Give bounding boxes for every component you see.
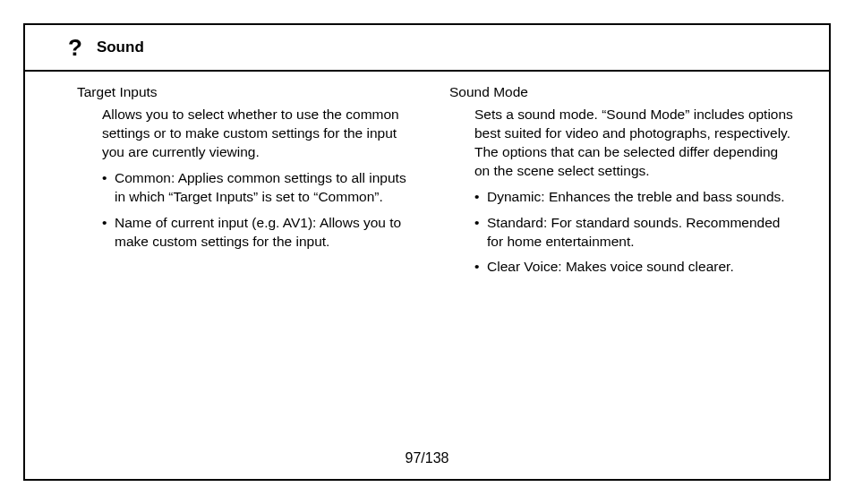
list-item: Common: Applies common settings to all i…	[102, 169, 421, 207]
list-item: Clear Voice: Makes voice sound clearer.	[474, 258, 793, 277]
left-column: Target Inputs Allows you to select wheth…	[77, 84, 421, 284]
header-band: ? Sound	[25, 25, 829, 72]
page-title: Sound	[97, 38, 144, 56]
list-item: Name of current input (e.g. AV1): Allows…	[102, 214, 421, 252]
help-icon: ?	[68, 36, 82, 59]
list-item: Dynamic: Enhances the treble and bass so…	[474, 188, 793, 207]
bullet-list: Common: Applies common settings to all i…	[102, 169, 421, 252]
list-item: Standard: For standard sounds. Recommend…	[474, 214, 793, 252]
page-number: 97/138	[25, 450, 829, 466]
bullet-list: Dynamic: Enhances the treble and bass so…	[474, 188, 793, 278]
section-body: Sets a sound mode. “Sound Mode” includes…	[449, 106, 793, 277]
section-body: Allows you to select whether to use the …	[77, 106, 421, 251]
section-description: Allows you to select whether to use the …	[102, 106, 421, 162]
page-frame: ? Sound Target Inputs Allows you to sele…	[23, 23, 831, 481]
content-area: Target Inputs Allows you to select wheth…	[25, 72, 829, 284]
right-column: Sound Mode Sets a sound mode. “Sound Mod…	[449, 84, 793, 284]
section-heading-target-inputs: Target Inputs	[77, 84, 421, 100]
section-heading-sound-mode: Sound Mode	[449, 84, 793, 100]
section-description: Sets a sound mode. “Sound Mode” includes…	[474, 106, 793, 181]
